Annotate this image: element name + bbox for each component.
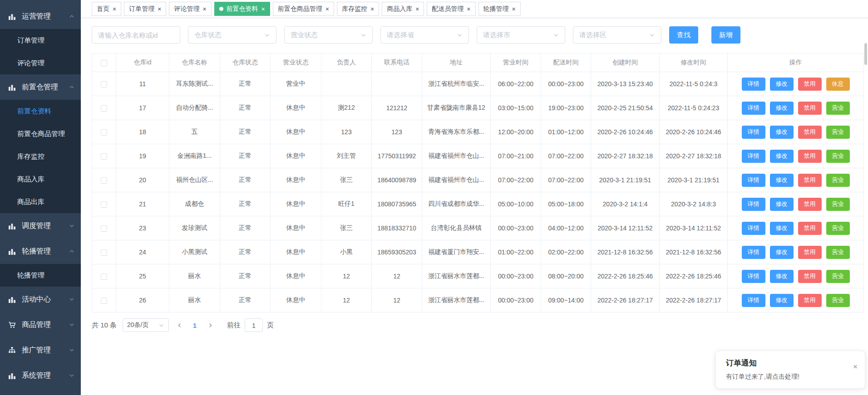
disable-button[interactable]: 禁用	[798, 78, 822, 91]
row-checkbox[interactable]	[101, 249, 107, 256]
disable-button[interactable]: 禁用	[798, 198, 822, 211]
toggle-business-button[interactable]: 营业	[826, 270, 850, 283]
prev-page-button[interactable]	[173, 318, 186, 332]
tab-close-icon[interactable]: ×	[415, 6, 419, 12]
toggle-business-button[interactable]: 营业	[826, 174, 850, 187]
goto-page-input[interactable]	[245, 318, 263, 332]
current-page[interactable]: 1	[190, 322, 200, 329]
row-checkbox[interactable]	[101, 201, 107, 208]
edit-button[interactable]: 修改	[770, 102, 794, 115]
toggle-business-button[interactable]: 营业	[826, 294, 850, 307]
toggle-business-button[interactable]: 营业	[826, 102, 850, 115]
sidebar-item-5[interactable]: 商品管理	[0, 312, 81, 337]
tab-close-icon[interactable]: ×	[202, 6, 206, 12]
filter-select-4[interactable]: 请选择区	[573, 26, 661, 44]
sidebar-subitem-1-3[interactable]: 商品入库	[0, 168, 81, 190]
tab-5[interactable]: 库存监控×	[337, 2, 379, 16]
disable-button[interactable]: 禁用	[798, 294, 822, 307]
filter-select-3[interactable]: 请选择市	[477, 26, 565, 44]
detail-button[interactable]: 详情	[742, 198, 765, 211]
filter-select-1[interactable]: 营业状态	[284, 26, 373, 44]
toggle-business-button[interactable]: 营业	[826, 198, 850, 211]
tab-close-icon[interactable]: ×	[113, 6, 116, 12]
detail-button[interactable]: 详情	[742, 222, 765, 235]
filter-select-2[interactable]: 请选择省	[380, 26, 469, 44]
edit-button[interactable]: 修改	[770, 78, 794, 91]
disable-button[interactable]: 禁用	[798, 246, 822, 259]
detail-button[interactable]: 详情	[742, 102, 765, 115]
detail-button[interactable]: 详情	[742, 150, 765, 163]
tab-close-icon[interactable]: ×	[512, 6, 516, 12]
edit-button[interactable]: 修改	[770, 222, 794, 235]
tab-6[interactable]: 商品入库×	[382, 2, 424, 16]
tab-4[interactable]: 前置仓商品管理×	[273, 2, 334, 16]
edit-button[interactable]: 修改	[770, 294, 794, 307]
sidebar-subitem-3-0[interactable]: 轮播管理	[0, 264, 81, 287]
row-checkbox[interactable]	[101, 273, 107, 280]
next-page-button[interactable]	[203, 318, 217, 332]
detail-button[interactable]: 详情	[742, 294, 765, 307]
detail-button[interactable]: 详情	[742, 126, 765, 139]
sidebar-subitem-1-2[interactable]: 库存监控	[0, 145, 81, 168]
filter-select-0[interactable]: 仓库状态	[188, 26, 276, 44]
row-checkbox[interactable]	[101, 105, 107, 112]
disable-button[interactable]: 禁用	[798, 102, 822, 115]
row-checkbox[interactable]	[101, 225, 107, 232]
edit-button[interactable]: 修改	[770, 270, 794, 283]
sidebar-item-0[interactable]: 运营管理	[0, 4, 81, 29]
sidebar-item-6[interactable]: 推广管理	[0, 337, 81, 363]
sidebar-item-3[interactable]: 轮播管理	[0, 239, 81, 264]
sidebar-item-4[interactable]: 活动中心	[0, 287, 81, 312]
row-checkbox[interactable]	[101, 129, 107, 136]
toggle-business-button[interactable]: 营业	[826, 150, 850, 163]
sidebar-item-2[interactable]: 调度管理	[0, 213, 81, 239]
edit-button[interactable]: 修改	[770, 174, 794, 187]
select-all-checkbox[interactable]	[101, 60, 107, 66]
toggle-business-button[interactable]: 营业	[826, 246, 850, 259]
tab-0[interactable]: 首页×	[92, 2, 121, 16]
row-checkbox[interactable]	[101, 153, 107, 160]
tab-7[interactable]: 配送员管理×	[427, 2, 475, 16]
tab-2[interactable]: 评论管理×	[169, 2, 211, 16]
tab-3[interactable]: 前置仓资料×	[214, 2, 270, 16]
tab-close-icon[interactable]: ×	[326, 6, 329, 12]
page-size-select[interactable]: 20条/页	[123, 318, 169, 332]
toggle-business-button[interactable]: 营业	[826, 222, 850, 235]
tab-close-icon[interactable]: ×	[158, 6, 161, 12]
disable-button[interactable]: 禁用	[798, 174, 822, 187]
add-button[interactable]: 新增	[711, 26, 740, 44]
disable-button[interactable]: 禁用	[798, 126, 822, 139]
tab-close-icon[interactable]: ×	[370, 6, 374, 12]
tab-8[interactable]: 轮播管理×	[478, 2, 521, 16]
sidebar-subitem-1-1[interactable]: 前置仓商品管理	[0, 122, 81, 145]
sidebar-item-7[interactable]: 系统管理	[0, 363, 81, 388]
tab-close-icon[interactable]: ×	[467, 6, 470, 12]
disable-button[interactable]: 禁用	[798, 270, 822, 283]
row-checkbox[interactable]	[101, 297, 107, 304]
edit-button[interactable]: 修改	[770, 150, 794, 163]
sidebar-subitem-0-1[interactable]: 评论管理	[0, 52, 81, 74]
warehouse-search-input[interactable]	[92, 26, 180, 44]
edit-button[interactable]: 修改	[770, 246, 794, 259]
detail-button[interactable]: 详情	[742, 174, 765, 187]
edit-button[interactable]: 修改	[770, 126, 794, 139]
disable-button[interactable]: 禁用	[798, 150, 822, 163]
toggle-business-button[interactable]: 营业	[826, 126, 850, 139]
notification-close-icon[interactable]: ×	[853, 363, 858, 371]
sidebar-subitem-0-0[interactable]: 订单管理	[0, 29, 81, 52]
sidebar-item-1[interactable]: 前置仓管理	[0, 74, 81, 100]
detail-button[interactable]: 详情	[742, 78, 765, 91]
tab-close-icon[interactable]: ×	[261, 6, 265, 12]
sidebar-subitem-1-4[interactable]: 商品出库	[0, 190, 81, 213]
sidebar-subitem-1-0[interactable]: 前置仓资料	[0, 100, 81, 122]
row-checkbox[interactable]	[101, 177, 107, 184]
tab-1[interactable]: 订单管理×	[124, 2, 166, 16]
row-checkbox[interactable]	[101, 81, 107, 88]
edit-button[interactable]: 修改	[770, 198, 794, 211]
search-button[interactable]: 查找	[669, 26, 698, 44]
scrollbar-thumb[interactable]	[864, 43, 867, 65]
detail-button[interactable]: 详情	[742, 246, 765, 259]
toggle-business-button[interactable]: 休息	[826, 78, 850, 91]
disable-button[interactable]: 禁用	[798, 222, 822, 235]
detail-button[interactable]: 详情	[742, 270, 765, 283]
